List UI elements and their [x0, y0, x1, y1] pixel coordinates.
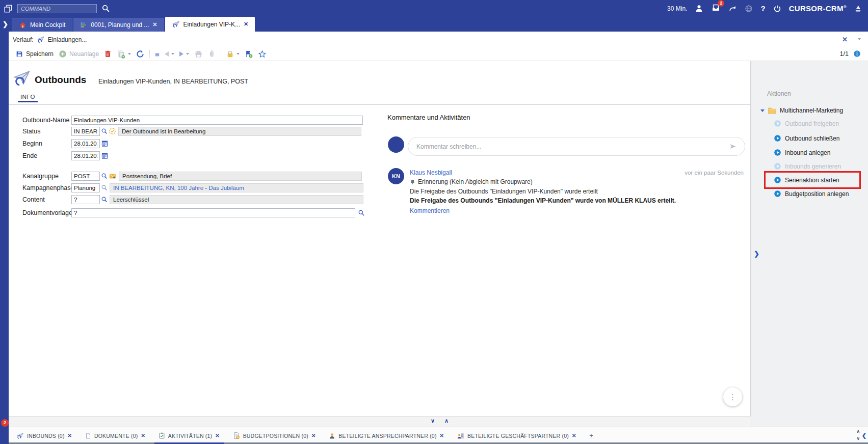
activity-author-link[interactable]: Klaus Nesbigall	[410, 169, 452, 176]
tab-mein-cockpit[interactable]: Mein Cockpit	[12, 18, 72, 32]
power-icon[interactable]	[773, 5, 781, 13]
action-inbound-anlegen[interactable]: Inbound anlegen	[774, 148, 830, 157]
document-icon	[85, 432, 91, 439]
close-icon[interactable]: ✕	[440, 433, 444, 438]
nav-previous-button[interactable]	[165, 51, 174, 57]
menu-icon[interactable]: ≡	[155, 50, 160, 58]
form-row-status: Status Der Outbound ist in Bearbeitung	[22, 126, 361, 136]
page-subtitle: Einladungen VIP-Kunden, IN BEARBEITUNG, …	[98, 78, 248, 85]
delete-trash-icon[interactable]	[104, 50, 112, 58]
avatar	[388, 136, 404, 153]
expand-up-icon[interactable]: ∧	[444, 418, 449, 424]
chevron-down-icon[interactable]	[858, 38, 861, 40]
command-input[interactable]	[17, 4, 97, 13]
dokumentvorlage-input[interactable]	[71, 208, 355, 217]
field-label: Ende	[22, 152, 71, 159]
content-input[interactable]	[71, 195, 100, 204]
calendar-icon[interactable]	[101, 152, 109, 159]
close-icon[interactable]: ✕	[572, 433, 576, 438]
tab-einladungen-active[interactable]: Einladungen VIP-K... ✕	[165, 17, 255, 32]
lookup-search-icon[interactable]	[101, 196, 108, 203]
comment-input[interactable]	[416, 143, 728, 150]
beginn-date-input[interactable]	[71, 139, 100, 148]
lock-button[interactable]	[226, 50, 240, 58]
tab-aktivitaeten[interactable]: AKTIVITÄTEN (1) ✕	[159, 427, 220, 444]
close-icon[interactable]: ✕	[215, 433, 219, 438]
actions-panel: Aktionen Multichannel-Marketing Outbound…	[751, 61, 868, 427]
chevron-down-icon[interactable]	[236, 53, 240, 55]
close-icon[interactable]: ✕	[152, 22, 157, 27]
collapse-left-icon[interactable]: ❮	[862, 432, 866, 439]
left-sidebar-strip[interactable]	[0, 32, 9, 444]
play-circle-icon	[774, 120, 781, 127]
chevron-down-icon[interactable]	[128, 53, 131, 55]
close-icon[interactable]: ✕	[311, 433, 315, 438]
info-icon[interactable]	[853, 50, 861, 58]
nav-next-button[interactable]	[179, 51, 189, 57]
action-budgetposition-anlegen[interactable]: Budgetposition anlegen	[774, 189, 849, 198]
action-outbound-schliessen[interactable]: Outbound schließen	[774, 134, 839, 143]
close-icon[interactable]: ✕	[842, 36, 848, 43]
comment-link[interactable]: Kommentieren	[410, 207, 450, 214]
help-button[interactable]: ?	[760, 4, 765, 13]
scroll-up-icon[interactable]: ∧	[856, 428, 860, 435]
tab-beteiligte-ansprechpartner[interactable]: BETEILIGTE ANSPRECHPARTNER (0) ✕	[329, 427, 444, 444]
tab-beteiligte-geschaeftspartner[interactable]: BETEILIGTE GESCHÄFTSPARTNER (0) ✕	[457, 427, 576, 444]
save-button[interactable]: Speichern	[15, 50, 54, 58]
history-entry[interactable]: Einladungen...	[48, 36, 87, 43]
kanalgruppe-input[interactable]	[71, 172, 100, 181]
refresh-icon[interactable]	[136, 50, 144, 58]
bell-icon	[410, 179, 415, 185]
new-record-button[interactable]: Neuanlage	[59, 50, 99, 58]
tab-label: Mein Cockpit	[30, 21, 65, 29]
lookup-search-icon[interactable]	[358, 209, 365, 216]
close-icon[interactable]: ✕	[244, 21, 248, 27]
search-icon[interactable]	[101, 4, 110, 13]
lookup-search-icon[interactable]	[101, 173, 108, 179]
status-input[interactable]	[71, 127, 100, 136]
lookup-search-icon[interactable]	[101, 128, 108, 134]
tabstrip-expand-icon[interactable]: ❯	[3, 20, 8, 28]
sidebar-alert-badge[interactable]: 2	[1, 419, 9, 427]
collapse-down-icon[interactable]: ∨	[431, 418, 435, 424]
actions-group-multichannel[interactable]: Multichannel-Marketing	[760, 107, 843, 114]
kampagnenphase-link[interactable]: IN BEARBEITUNG, KN, 100 Jahre - Das Jubi…	[110, 183, 363, 192]
tab-label: 0001, Planung und ...	[91, 21, 149, 29]
globe-icon[interactable]	[745, 5, 753, 13]
chevron-down-icon[interactable]	[186, 53, 189, 55]
close-icon[interactable]: ✕	[141, 433, 145, 438]
inbox-tray-button[interactable]: 2	[711, 3, 721, 14]
print-icon[interactable]	[194, 50, 203, 58]
chevron-down-icon[interactable]	[171, 53, 174, 55]
actions-heading: Aktionen	[767, 90, 791, 97]
tab-budgetpositionen[interactable]: BUDGETPOSITIONEN (0) ✕	[233, 427, 316, 444]
add-tab-button[interactable]: +	[589, 432, 593, 439]
floppy-disk-icon	[15, 50, 23, 58]
kampagnenphase-input[interactable]	[71, 183, 100, 192]
lookup-search-icon[interactable]	[101, 184, 108, 191]
close-icon[interactable]: ✕	[68, 433, 72, 438]
action-inbounds-generieren[interactable]: Inbounds generieren	[774, 162, 841, 171]
favorite-star-icon[interactable]	[258, 50, 267, 58]
tab-planung[interactable]: 0001, Planung und ... ✕	[73, 18, 164, 32]
copy-record-button[interactable]	[117, 50, 131, 59]
user-icon[interactable]	[695, 4, 703, 13]
scroll-down-icon[interactable]: ∨	[856, 435, 860, 442]
windows-icon[interactable]	[4, 4, 13, 13]
flag-add-icon[interactable]	[245, 50, 253, 58]
redo-arrow-icon[interactable]	[728, 5, 737, 13]
activity-timestamp: vor ein paar Sekunden	[685, 170, 744, 176]
play-circle-icon	[774, 162, 781, 170]
ende-date-input[interactable]	[71, 151, 100, 160]
more-options-button[interactable]: ⋮	[723, 387, 742, 406]
outbound-name-input[interactable]	[71, 116, 363, 125]
paperclip-icon[interactable]	[208, 50, 216, 58]
chevron-down-icon[interactable]	[760, 109, 765, 112]
panel-expand-icon[interactable]: ❯	[754, 250, 759, 258]
send-icon[interactable]	[728, 143, 738, 150]
tab-info[interactable]: INFO	[20, 94, 35, 100]
tab-inbounds[interactable]: INBOUNDS (0) ✕	[16, 427, 72, 444]
calendar-icon[interactable]	[101, 140, 109, 147]
tab-dokumente[interactable]: DOKUMENTE (0) ✕	[85, 427, 145, 444]
action-outbound-freigeben[interactable]: Outbound freigeben	[774, 119, 839, 128]
